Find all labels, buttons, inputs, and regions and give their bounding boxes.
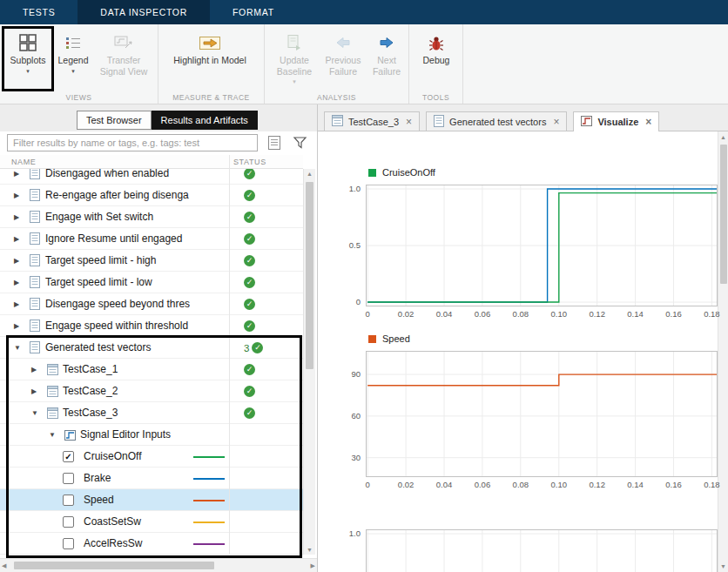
results-vertical-scrollbar[interactable]: ▲ ▼ — [303, 169, 315, 555]
scroll-right-icon[interactable]: ▶ — [311, 562, 315, 569]
chevron-right-icon[interactable]: ▶ — [14, 192, 19, 199]
result-row[interactable]: ▶Engage with Set switch✓ — [0, 206, 303, 228]
subplots-button[interactable]: Subplots ▾ — [3, 29, 52, 91]
scroll-up-icon[interactable]: ▲ — [718, 134, 728, 140]
chevron-right-icon[interactable]: ▶ — [14, 300, 19, 308]
doc-icon — [30, 298, 40, 313]
status-cell: ✓ — [244, 386, 255, 397]
chevron-right-icon[interactable]: ▶ — [14, 279, 19, 286]
result-row[interactable]: ▶Disengage speed beyond thres✓ — [0, 293, 303, 315]
signal-row[interactable]: ✓CruiseOnOff — [0, 446, 303, 468]
signal-visibility-checkbox[interactable] — [63, 473, 74, 484]
results-horizontal-scrollbar[interactable]: ◀ ▶ — [0, 558, 317, 572]
y-tick-label: 0.5 — [331, 240, 361, 250]
status-pass-icon: ✓ — [244, 364, 255, 375]
signal-visibility-checkbox[interactable] — [63, 495, 74, 506]
status-pass-icon: ✓ — [244, 212, 255, 223]
status-cell: ✓ — [244, 255, 255, 266]
update-baseline-label: Update Baseline — [268, 55, 320, 77]
highlight-in-model-button[interactable]: Highlight in Model — [171, 29, 249, 91]
row-label: Generated test vectors — [45, 341, 151, 353]
chevron-right-icon[interactable]: ▶ — [31, 366, 37, 373]
result-row[interactable]: ▶TestCase_2✓ — [0, 380, 303, 402]
report-icon[interactable] — [265, 134, 284, 151]
scrollbar-thumb[interactable] — [14, 562, 214, 569]
result-row[interactable]: ▶Target speed limit - high✓ — [0, 250, 303, 272]
signal-row[interactable]: CoastSetSw — [0, 511, 303, 533]
row-label: TestCase_3 — [63, 407, 118, 419]
chevron-right-icon[interactable]: ▶ — [14, 322, 19, 330]
scrollbar-thumb[interactable] — [306, 182, 313, 369]
status-cell: ✓ — [244, 364, 255, 375]
scroll-down-icon[interactable]: ▼ — [718, 563, 728, 569]
scrollbar-thumb[interactable] — [720, 145, 727, 284]
update-baseline-button[interactable]: Update Baseline ▾ — [268, 29, 320, 91]
close-tab-icon[interactable]: × — [645, 117, 651, 127]
list-column-header: NAME STATUS — [0, 155, 303, 169]
result-row[interactable]: ▼Signal Editor Inputs — [0, 424, 303, 446]
legend-label: Legend — [57, 55, 88, 66]
chevron-down-icon[interactable]: ▼ — [31, 409, 38, 417]
close-tab-icon[interactable]: × — [406, 117, 412, 127]
next-failure-button[interactable]: Next Failure — [366, 29, 408, 91]
chevron-right-icon[interactable]: ▶ — [14, 235, 19, 243]
transfer-signal-view-button[interactable]: Transfer Signal View — [94, 29, 153, 91]
debug-button[interactable]: Debug — [413, 29, 460, 91]
result-row[interactable]: ▼TestCase_3✓ — [0, 402, 303, 424]
tab-generated-test-vectors[interactable]: Generated test vectors × — [426, 111, 567, 131]
plot-cruiseonoff[interactable] — [366, 185, 718, 306]
tab-testcase-3[interactable]: TestCase_3 × — [324, 111, 420, 131]
legend-color-swatch — [368, 335, 376, 343]
signal-row[interactable]: AccelResSw — [0, 533, 303, 555]
result-row[interactable]: ▶Ignore Resume until engaged✓ — [0, 228, 303, 250]
chevron-down-icon[interactable]: ▼ — [14, 344, 21, 352]
document-tabs: TestCase_3 × Generated test vectors × Vi… — [324, 111, 659, 131]
x-tick-label: 0.06 — [468, 309, 496, 319]
status-pass-icon: ✓ — [252, 342, 263, 353]
chevron-right-icon[interactable]: ▶ — [14, 257, 19, 265]
result-row[interactable]: ▼Generated test vectors3✓ — [0, 337, 303, 359]
tab-visualize[interactable]: Visualize × — [573, 111, 659, 131]
close-tab-icon[interactable]: × — [553, 117, 559, 127]
y-tick-label: 1.0 — [331, 184, 361, 193]
plot-speed[interactable] — [366, 351, 718, 477]
previous-failure-button[interactable]: Previous Failure — [320, 29, 366, 91]
transfer-signal-view-label: Transfer Signal View — [94, 55, 153, 77]
chevron-right-icon[interactable]: ▶ — [31, 387, 37, 395]
ribbon-tab-tests[interactable]: TESTS — [0, 0, 78, 24]
panel-divider — [317, 104, 318, 572]
result-row[interactable]: ▶Disengaged when enabled✓ — [0, 169, 303, 185]
doc-icon — [30, 320, 40, 335]
scroll-left-icon[interactable]: ◀ — [2, 562, 6, 569]
result-row[interactable]: ▶Re-engage after being disenga✓ — [0, 185, 303, 206]
result-row[interactable]: ▶Engage speed within threshold✓ — [0, 315, 303, 337]
filter-input[interactable] — [7, 134, 258, 151]
x-tick-label: 0.14 — [622, 309, 650, 319]
legend-color-swatch — [368, 169, 376, 177]
signal-visibility-checkbox[interactable] — [63, 516, 74, 528]
legend-button[interactable]: Legend ▾ — [52, 29, 94, 91]
chevron-right-icon[interactable]: ▶ — [14, 213, 19, 221]
tab-test-browser[interactable]: Test Browser — [77, 111, 152, 130]
ribbon-tab-data-inspector[interactable]: DATA INSPECTOR — [78, 0, 210, 24]
result-row[interactable]: ▶TestCase_1✓ — [0, 359, 303, 380]
plot-partial-third[interactable] — [366, 529, 718, 572]
signal-visibility-checkbox[interactable]: ✓ — [63, 451, 74, 462]
signal-row[interactable]: Speed — [0, 489, 303, 511]
x-tick-label: 0.02 — [392, 309, 420, 319]
filter-funnel-icon[interactable] — [289, 134, 312, 151]
chevron-down-icon[interactable]: ▼ — [49, 431, 56, 439]
scroll-up-icon[interactable]: ▲ — [304, 171, 315, 177]
chevron-right-icon[interactable]: ▶ — [14, 170, 19, 178]
tab-results-and-artifacts[interactable]: Results and Artifacts — [152, 111, 258, 130]
signal-row[interactable]: Brake — [0, 468, 303, 489]
doc-icon — [434, 115, 444, 129]
results-list: ▶Disengaged when enabled✓▶Re-engage afte… — [0, 169, 303, 555]
x-tick-label: 0.02 — [392, 480, 420, 489]
signal-visibility-checkbox[interactable] — [63, 538, 74, 549]
ribbon-tab-format[interactable]: FORMAT — [210, 0, 297, 24]
plots-vertical-scrollbar[interactable]: ▲ ▼ — [718, 131, 728, 572]
chart-legend-speed: Speed — [368, 333, 410, 344]
result-row[interactable]: ▶Target speed limit - low✓ — [0, 272, 303, 293]
scroll-down-icon[interactable]: ▼ — [304, 547, 315, 553]
